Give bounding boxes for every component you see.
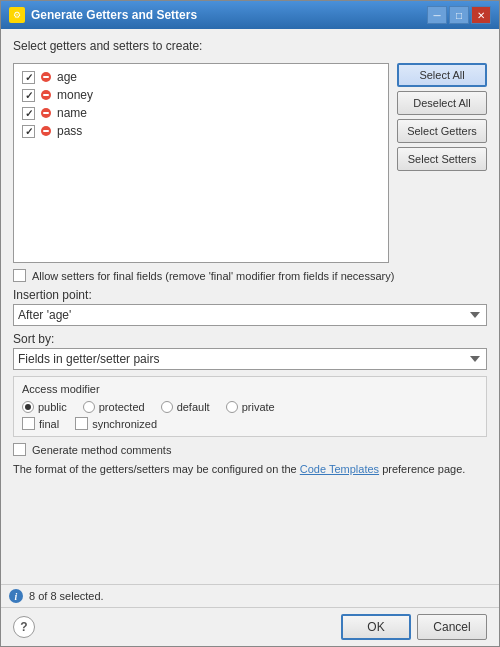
field-type-icon-pass	[41, 126, 51, 136]
status-bar: i 8 of 8 selected.	[1, 584, 499, 607]
insertion-point-group: Insertion point: After 'age' First metho…	[13, 288, 487, 326]
window-icon: ⚙	[9, 7, 25, 23]
allow-setters-row: Allow setters for final fields (remove '…	[13, 269, 487, 282]
field-item-pass[interactable]: pass	[18, 122, 384, 140]
insertion-point-select[interactable]: After 'age' First method Last method	[13, 304, 487, 326]
select-getters-button[interactable]: Select Getters	[397, 119, 487, 143]
field-name-age: age	[57, 70, 77, 84]
allow-setters-label: Allow setters for final fields (remove '…	[32, 270, 394, 282]
cancel-button[interactable]: Cancel	[417, 614, 487, 640]
field-item-money[interactable]: money	[18, 86, 384, 104]
select-all-button[interactable]: Select All	[397, 63, 487, 87]
main-window: ⚙ Generate Getters and Setters ─ □ ✕ Sel…	[0, 0, 500, 647]
close-button[interactable]: ✕	[471, 6, 491, 24]
main-content: Select getters and setters to create: ag…	[1, 29, 499, 584]
title-bar-left: ⚙ Generate Getters and Setters	[9, 7, 197, 23]
fields-list: age money name pass	[13, 63, 389, 263]
modifier-checkboxes: final synchronized	[22, 417, 478, 430]
insertion-point-label: Insertion point:	[13, 288, 487, 302]
maximize-button[interactable]: □	[449, 6, 469, 24]
sort-by-label: Sort by:	[13, 332, 487, 346]
synchronized-checkbox[interactable]	[75, 417, 88, 430]
radio-public[interactable]: public	[22, 401, 67, 413]
checkbox-age[interactable]	[22, 71, 35, 84]
deselect-all-button[interactable]: Deselect All	[397, 91, 487, 115]
radio-label-private: private	[242, 401, 275, 413]
bottom-buttons: OK Cancel	[341, 614, 487, 640]
bottom-bar: ? OK Cancel	[1, 607, 499, 646]
field-type-icon-money	[41, 90, 51, 100]
field-name-name: name	[57, 106, 87, 120]
synchronized-checkbox-item[interactable]: synchronized	[75, 417, 157, 430]
fields-area: age money name pass	[13, 63, 487, 263]
checkbox-pass[interactable]	[22, 125, 35, 138]
field-type-icon-age	[41, 72, 51, 82]
code-templates-link[interactable]: Code Templates	[300, 463, 379, 475]
insertion-point-wrapper: After 'age' First method Last method	[13, 304, 487, 326]
radio-label-protected: protected	[99, 401, 145, 413]
sort-by-group: Sort by: Fields in getter/setter pairs F…	[13, 332, 487, 370]
notice-text: The format of the getters/setters may be…	[13, 462, 487, 477]
access-modifier-title: Access modifier	[22, 383, 478, 395]
minimize-button[interactable]: ─	[427, 6, 447, 24]
action-buttons: Select All Deselect All Select Getters S…	[397, 63, 487, 263]
radio-default[interactable]: default	[161, 401, 210, 413]
radio-circle-protected[interactable]	[83, 401, 95, 413]
field-name-money: money	[57, 88, 93, 102]
generate-comments-label: Generate method comments	[32, 444, 171, 456]
title-bar: ⚙ Generate Getters and Setters ─ □ ✕	[1, 1, 499, 29]
window-title: Generate Getters and Setters	[31, 8, 197, 22]
field-type-icon-name	[41, 108, 51, 118]
final-checkbox[interactable]	[22, 417, 35, 430]
radio-label-default: default	[177, 401, 210, 413]
final-label: final	[39, 418, 59, 430]
radio-circle-default[interactable]	[161, 401, 173, 413]
status-text: 8 of 8 selected.	[29, 590, 104, 602]
radio-label-public: public	[38, 401, 67, 413]
radio-row: public protected default private	[22, 401, 478, 413]
notice-suffix: preference page.	[382, 463, 465, 475]
select-setters-button[interactable]: Select Setters	[397, 147, 487, 171]
radio-circle-private[interactable]	[226, 401, 238, 413]
help-button[interactable]: ?	[13, 616, 35, 638]
radio-circle-public[interactable]	[22, 401, 34, 413]
field-item-name[interactable]: name	[18, 104, 384, 122]
radio-private[interactable]: private	[226, 401, 275, 413]
allow-setters-checkbox[interactable]	[13, 269, 26, 282]
notice-prefix: The format of the getters/setters may be…	[13, 463, 297, 475]
sort-by-wrapper: Fields in getter/setter pairs Field name…	[13, 348, 487, 370]
fields-section-label: Select getters and setters to create:	[13, 39, 487, 53]
synchronized-label: synchronized	[92, 418, 157, 430]
radio-protected[interactable]: protected	[83, 401, 145, 413]
sort-by-select[interactable]: Fields in getter/setter pairs Field name…	[13, 348, 487, 370]
field-item-age[interactable]: age	[18, 68, 384, 86]
access-modifier-group: Access modifier public protected default…	[13, 376, 487, 437]
title-bar-buttons: ─ □ ✕	[427, 6, 491, 24]
final-checkbox-item[interactable]: final	[22, 417, 59, 430]
field-name-pass: pass	[57, 124, 82, 138]
checkbox-name[interactable]	[22, 107, 35, 120]
checkbox-money[interactable]	[22, 89, 35, 102]
generate-comments-row: Generate method comments	[13, 443, 487, 456]
ok-button[interactable]: OK	[341, 614, 411, 640]
info-icon: i	[9, 589, 23, 603]
generate-comments-checkbox[interactable]	[13, 443, 26, 456]
